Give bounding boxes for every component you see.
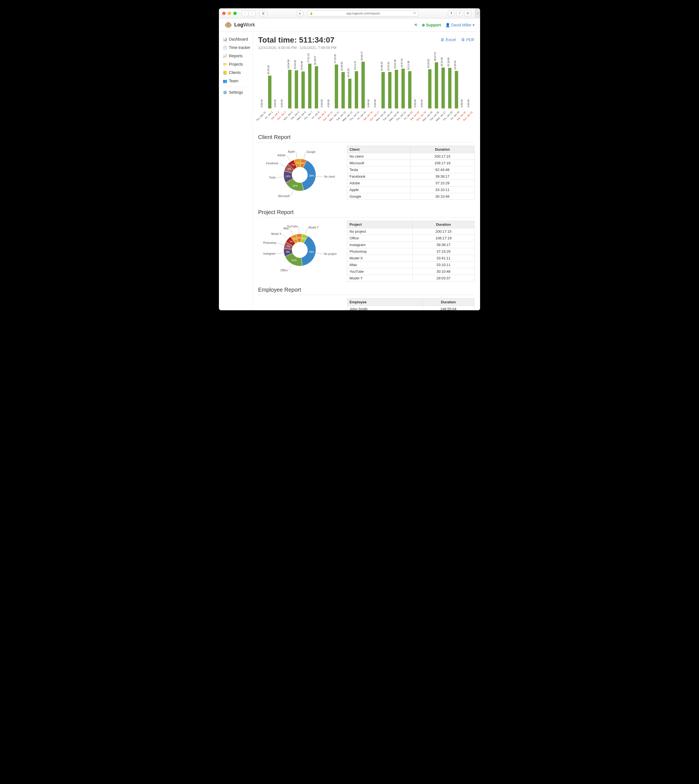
bar[interactable]: [435, 62, 438, 108]
svg-line-1: [318, 176, 323, 177]
bar[interactable]: [441, 68, 445, 108]
sidebar-item-label: Time tracker: [229, 45, 250, 50]
reload-icon[interactable]: ⟳: [413, 12, 416, 15]
bar-col: 27:23:25: [333, 54, 340, 108]
titlebar-right: ⬇ ⇪ ⧉: [448, 10, 471, 16]
bar-col: 23:26:03: [453, 54, 459, 108]
date-range: 12/31/2020, 8:00:00 PM - 1/31/2021, 7:59…: [258, 46, 475, 50]
sidebar-item-settings[interactable]: ⚙️Settings: [222, 88, 252, 96]
sidebar-item-time-tracker[interactable]: 🕘Time tracker: [222, 43, 252, 52]
col-client: Client: [347, 146, 411, 153]
bar-col: 28:47:07: [433, 54, 439, 108]
user-menu[interactable]: 👤 David Miller ▾: [446, 23, 475, 27]
close-window-button[interactable]: [222, 12, 225, 15]
maximize-window-button[interactable]: [234, 12, 237, 15]
sidebar-item-projects[interactable]: 📁Projects: [222, 60, 252, 68]
bar[interactable]: [295, 70, 298, 108]
sidebar-item-team[interactable]: 👥Team: [222, 77, 252, 85]
cell-duration: 39:38:17: [410, 173, 474, 180]
support-link[interactable]: ⊕ Support: [422, 23, 441, 27]
download-icon[interactable]: ⬇: [448, 10, 454, 16]
sidebar: 📊Dashboard🕘Time tracker📈Reports📁Projects…: [219, 32, 252, 310]
export-excel-button[interactable]: 🗎Excel: [441, 37, 456, 42]
cell-name: No client: [347, 153, 411, 160]
bar[interactable]: [408, 71, 411, 108]
bar[interactable]: [448, 68, 451, 108]
bar-col: 22:48:20: [380, 54, 386, 108]
privacy-shield-button[interactable]: ◐: [297, 10, 303, 16]
bar[interactable]: [308, 64, 311, 108]
bar-col: 0:00:00: [420, 54, 426, 108]
bar-col: 0:00:00: [413, 54, 419, 108]
bar-col: 22:40:59: [340, 54, 346, 108]
bar[interactable]: [428, 69, 431, 108]
bar[interactable]: [388, 72, 391, 108]
lock-icon: 🔒: [310, 12, 313, 15]
sidebar-item-dashboard[interactable]: 📊Dashboard: [222, 35, 252, 43]
bar-col: 22:41:01: [386, 54, 393, 108]
export-pdf-button[interactable]: 🗎PDF: [461, 37, 475, 42]
bar-col: 0:00:00: [326, 54, 333, 108]
brand-logo[interactable]: 🐵 LogWork: [224, 22, 255, 29]
project-report-row: 39%No project21%Office8%Instagram7%Photo…: [258, 221, 475, 282]
bar[interactable]: [315, 66, 318, 108]
bar-col: 29:09:17: [360, 54, 366, 108]
back-button[interactable]: ‹: [242, 10, 248, 16]
bar[interactable]: [301, 71, 305, 108]
project-donut-chart: 39%No project21%Office8%Instagram7%Photo…: [258, 221, 341, 279]
slice-label: Model Y: [309, 226, 319, 229]
bar-col: 24:02:08: [393, 54, 399, 108]
cell-name: Adobe: [347, 180, 411, 186]
slice-label: Tesla: [269, 176, 276, 179]
sidebar-item-label: Projects: [229, 62, 243, 66]
bar[interactable]: [355, 71, 358, 108]
cell-duration: 30:10:48: [412, 268, 475, 275]
slice-label: Instagram: [263, 252, 276, 255]
bar-value: 28:47:07: [434, 52, 436, 61]
sidebar-item-reports[interactable]: 📈Reports: [222, 52, 252, 60]
tabs-icon[interactable]: ⧉: [464, 10, 471, 16]
minimize-window-button[interactable]: [228, 12, 231, 15]
bar[interactable]: [381, 72, 385, 108]
cell-duration: 37:15:29: [412, 248, 475, 255]
table-row: Google30:10:48: [347, 193, 475, 200]
bar-value: 0:00:00: [460, 100, 463, 107]
svg-line-6: [284, 166, 285, 167]
slice-pct: 21%: [292, 259, 297, 262]
svg-line-7: [279, 164, 284, 166]
excel-icon: 🗎: [441, 37, 444, 42]
bar-value: 29:09:17: [360, 51, 363, 61]
bar[interactable]: [341, 72, 345, 108]
bar[interactable]: [288, 70, 292, 108]
svg-line-19: [277, 253, 282, 254]
bar[interactable]: [361, 62, 365, 108]
slice-label: No client: [324, 175, 335, 178]
sidebar-toggle-button[interactable]: ◧: [260, 10, 267, 16]
forward-button[interactable]: ›: [249, 10, 256, 16]
bar[interactable]: [455, 71, 458, 108]
slice-label: Adobe: [278, 154, 286, 157]
share-icon[interactable]: ⇪: [456, 10, 463, 16]
bar[interactable]: [268, 76, 272, 108]
slice-pct: 8%: [286, 251, 290, 253]
bar[interactable]: [335, 65, 338, 108]
content: 🗎Excel 🗎PDF Total time: 511:34:07 12/31/…: [252, 32, 480, 310]
bar-value: 24:02:08: [394, 60, 396, 69]
sidebar-item-clients[interactable]: 📒Clients: [222, 68, 252, 77]
cell-name: Photoshop: [347, 248, 412, 255]
sidebar-icon: ⚙️: [223, 90, 227, 95]
slice-pct: 7%: [291, 163, 295, 166]
refresh-icon[interactable]: ⟲: [414, 23, 417, 27]
bar-value: 22:41:01: [387, 62, 390, 71]
bar[interactable]: [401, 69, 405, 108]
table-row: No client200:17:15: [347, 153, 475, 160]
employee-table: EmployeeDuration John Smith146:55:04Robe…: [347, 298, 475, 310]
address-bar[interactable]: 🔒 app.logwork.com/reports ⟳: [307, 10, 418, 17]
bar[interactable]: [395, 70, 398, 108]
cell-name: iMac: [347, 262, 412, 268]
slice-pct: 7%: [289, 240, 293, 243]
cell-duration: 37:15:29: [410, 180, 474, 186]
slice-pct: 6%: [293, 238, 297, 240]
bar[interactable]: [348, 79, 351, 108]
sidebar-icon: 📊: [223, 37, 227, 42]
